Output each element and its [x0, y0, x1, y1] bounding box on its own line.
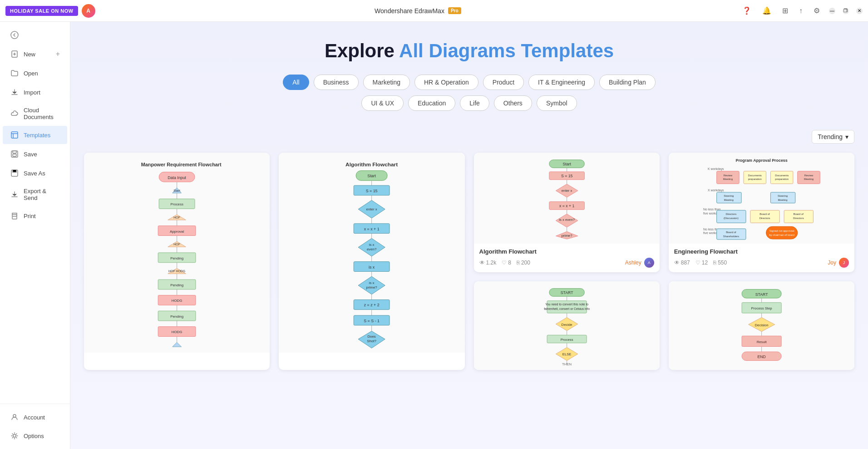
avatar[interactable]: A: [82, 4, 95, 18]
template-image-placeholder: START Process Step Decision Result: [669, 281, 854, 370]
sidebar-item-import[interactable]: Import: [3, 83, 67, 101]
sidebar-export-label: Export & Send: [24, 188, 60, 201]
help-icon[interactable]: ❓: [740, 5, 753, 17]
svg-text:even?: even?: [367, 247, 377, 251]
svg-text:Review: Review: [804, 174, 814, 177]
svg-text:by chairman of board: by chairman of board: [769, 234, 794, 236]
template-card-algorithm-tall[interactable]: Algorithm Flowchart Start S = 15 enter x: [279, 153, 464, 370]
svg-text:Meeting: Meeting: [723, 178, 733, 180]
svg-text:Signed not approved: Signed not approved: [769, 229, 794, 232]
filter-product[interactable]: Product: [483, 75, 524, 90]
filter-education[interactable]: Education: [408, 95, 455, 111]
options-icon: [10, 431, 19, 440]
sidebar-item-print[interactable]: Print: [3, 207, 67, 225]
template-card-algorithm-meta[interactable]: Start S = 15 enter x x = x + 1: [474, 153, 660, 272]
sidebar-item-new[interactable]: New +: [3, 45, 67, 63]
svg-text:Board of: Board of: [760, 213, 770, 215]
engineering-author-avatar: J: [839, 258, 849, 268]
sidebar-item-cloud[interactable]: Cloud Documents: [3, 102, 67, 125]
svg-text:HODG: HODG: [172, 299, 182, 303]
filter-marketing[interactable]: Marketing: [363, 75, 410, 90]
algo-card-title: Algorithm Flowchart: [479, 248, 654, 255]
save-icon: [10, 150, 19, 159]
svg-text:Pending: Pending: [170, 256, 183, 260]
svg-text:START: START: [755, 292, 768, 297]
svg-text:Algorithm Flowchart: Algorithm Flowchart: [345, 161, 398, 168]
sidebar-item-export[interactable]: Export & Send: [3, 183, 67, 206]
svg-text:Pending: Pending: [170, 283, 183, 287]
svg-text:is x: is x: [369, 281, 375, 285]
sidebar-open-label: Open: [24, 70, 38, 77]
filter-it[interactable]: IT & Engineering: [528, 75, 595, 90]
close-button[interactable]: ✕: [856, 8, 863, 14]
template-card-manpower[interactable]: Manpower Requirement Flowchart Data Inpu…: [84, 153, 270, 370]
apps-icon[interactable]: ⊞: [780, 5, 790, 17]
sidebar-item-open[interactable]: Open: [3, 64, 67, 82]
algo-meta-svg: Start S = 15 enter x x = x + 1: [478, 156, 656, 240]
svg-text:ELSE: ELSE: [562, 352, 571, 356]
saveas-icon: [10, 169, 19, 178]
template-card-process[interactable]: START You need to convert this note to f…: [474, 281, 660, 370]
sidebar-item-saveas[interactable]: Save As: [3, 164, 67, 182]
holiday-sale-button[interactable]: HOLIDAY SALE ON NOW: [5, 6, 78, 16]
sort-bar: Trending ▾: [70, 125, 868, 148]
sidebar-save-label: Save: [24, 151, 37, 158]
col3-stack: Start S = 15 enter x x = x + 1: [474, 153, 660, 370]
share-icon[interactable]: ↑: [797, 5, 804, 17]
svg-text:is x even?: is x even?: [559, 218, 575, 222]
filter-building[interactable]: Building Plan: [599, 75, 656, 90]
svg-text:S = 15: S = 15: [561, 174, 572, 178]
svg-point-10: [13, 434, 16, 437]
template-card-engineering[interactable]: Program Approval Process K workdays Revi…: [669, 153, 854, 272]
filter-all[interactable]: All: [283, 75, 309, 90]
sidebar-bottom: Account Options: [0, 404, 70, 445]
sidebar-account-label: Account: [24, 414, 45, 421]
filter-business[interactable]: Business: [314, 75, 359, 90]
settings-icon[interactable]: ⚙: [812, 5, 822, 17]
notification-icon[interactable]: 🔔: [760, 5, 773, 17]
svg-text:preparation: preparation: [775, 178, 789, 180]
filter-symbol[interactable]: Symbol: [537, 95, 577, 111]
hero-title: Explore All Diagrams Templates: [79, 40, 859, 62]
template-card-placeholder[interactable]: START Process Step Decision Result: [669, 281, 854, 370]
minimize-button[interactable]: —: [829, 8, 835, 14]
sort-dropdown[interactable]: Trending ▾: [812, 130, 854, 144]
engineering-card-title: Engineering Flowchart: [674, 248, 849, 255]
engineering-views: 👁 887: [674, 259, 690, 266]
engineering-svg: Program Approval Process K workdays Revi…: [671, 155, 852, 241]
svg-text:(Discussion): (Discussion): [724, 217, 739, 220]
svg-text:Directors: Directors: [793, 217, 804, 220]
filter-life[interactable]: Life: [460, 95, 489, 111]
filter-hr[interactable]: HR & Operation: [414, 75, 478, 90]
sidebar-item-save[interactable]: Save: [3, 145, 67, 163]
titlebar-center: Wondershare EdrawMax Pro: [375, 7, 461, 15]
svg-text:Meeting: Meeting: [778, 199, 787, 201]
svg-rect-134: [770, 192, 795, 203]
sidebar-item-account[interactable]: Account: [3, 408, 67, 426]
restore-button[interactable]: ❐: [843, 8, 849, 14]
svg-text:Shareholders: Shareholders: [723, 235, 739, 238]
hero-title-plain: Explore: [325, 40, 399, 61]
svg-text:Does: Does: [368, 334, 376, 339]
algorithm-tall-svg: Algorithm Flowchart Start S = 15 enter x: [282, 156, 461, 349]
content-area: Explore All Diagrams Templates All Busin…: [70, 22, 868, 449]
filter-others[interactable]: Others: [494, 95, 532, 111]
svg-text:Start: Start: [562, 162, 571, 166]
algo-author-section: Ashley A: [625, 258, 654, 268]
sidebar-cloud-label: Cloud Documents: [24, 107, 60, 120]
svg-rect-2: [11, 132, 18, 138]
svg-text:Steering: Steering: [724, 195, 734, 197]
sidebar-item-options[interactable]: Options: [3, 427, 67, 445]
svg-text:S = 15: S = 15: [366, 189, 378, 193]
template-image-engineering: Program Approval Process K workdays Revi…: [669, 153, 854, 244]
filter-tabs-row1: All Business Marketing HR & Operation Pr…: [79, 75, 859, 90]
sidebar-back-button[interactable]: [3, 26, 67, 44]
sidebar-item-templates[interactable]: Templates: [3, 126, 67, 144]
algo-card-meta: 👁 1.2k ♡ 8 ⎘ 200: [479, 259, 530, 266]
sidebar-options-label: Options: [24, 433, 44, 439]
col4-stack: Program Approval Process K workdays Revi…: [669, 153, 854, 370]
svg-text:Directors: Directors: [759, 217, 770, 220]
copy-icon2: ⎘: [713, 259, 716, 266]
filter-ui[interactable]: UI & UX: [361, 95, 404, 111]
template-image-algorithm: Algorithm Flowchart Start S = 15 enter x: [279, 153, 464, 353]
